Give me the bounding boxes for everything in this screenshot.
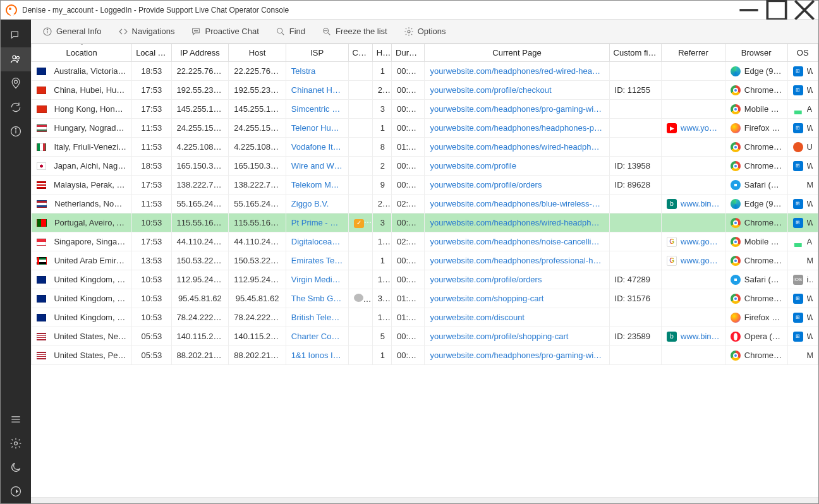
toolbar-proactive-chat[interactable]: Proactive Chat xyxy=(183,24,266,39)
column-header[interactable]: Host xyxy=(229,44,286,62)
referrer-cell[interactable] xyxy=(662,270,725,289)
table-row[interactable]: Australia, Victoria, Ge...18:5322.225.76… xyxy=(32,62,818,81)
current-page-link[interactable]: yourwebsite.com/profile/checkout xyxy=(425,81,609,100)
current-page-link[interactable]: yourwebsite.com/profile xyxy=(425,157,609,176)
toolbar-freeze[interactable]: Freeze the list xyxy=(314,24,395,39)
sidebar-item-rooms[interactable] xyxy=(1,23,31,47)
isp-link[interactable]: Telenor Hungar... xyxy=(286,119,348,138)
current-page-link[interactable]: yourwebsite.com/headphones/blue-wireless… xyxy=(425,195,609,213)
sidebar-item-refresh[interactable] xyxy=(1,95,31,119)
column-header[interactable]: Location˄ xyxy=(32,44,132,62)
horizontal-scrollbar[interactable] xyxy=(31,497,818,503)
isp-link[interactable]: Telekom Malay... xyxy=(286,176,348,195)
current-page-link[interactable]: yourwebsite.com/headphones/pro-gaming-wi… xyxy=(425,346,609,365)
table-row[interactable]: Malaysia, Perak, Ipoh, ...17:53138.222.7… xyxy=(32,176,818,195)
column-header[interactable]: Browser xyxy=(725,44,787,62)
table-row[interactable]: Portugal, Aveiro, Ave...10:53115.55.166.… xyxy=(32,213,818,232)
current-page-link[interactable]: yourwebsite.com/headphones/wired-headpho… xyxy=(425,138,609,157)
referrer-cell[interactable]: ▶www.youtub... xyxy=(662,119,725,138)
custom-fields xyxy=(609,119,662,138)
isp-link[interactable]: Virgin Media Li... xyxy=(286,270,348,289)
table-row[interactable]: United Arab Emirates...13:53150.53.221.7… xyxy=(32,251,818,270)
isp-link[interactable]: Charter Commu... xyxy=(286,327,348,346)
maximize-button[interactable] xyxy=(763,1,791,20)
column-header[interactable]: Hits xyxy=(372,44,391,62)
referrer-cell[interactable]: Gwww.google.... xyxy=(662,251,725,270)
column-header[interactable]: IP Address xyxy=(171,44,229,62)
isp-link[interactable]: Emirates Teleco... xyxy=(286,251,348,270)
column-header[interactable]: Current Page xyxy=(425,44,609,62)
isp-link[interactable]: Vodafone Italia ... xyxy=(286,138,348,157)
sidebar-item-settings[interactable] xyxy=(1,431,31,455)
column-header[interactable]: Referrer xyxy=(662,44,725,62)
table-row[interactable]: United States, Pennsy...05:5388.202.215.… xyxy=(32,346,818,365)
close-button[interactable] xyxy=(791,1,818,20)
current-page-link[interactable]: yourwebsite.com/headphones/professional-… xyxy=(425,251,609,270)
sidebar-item-logout[interactable] xyxy=(1,479,31,503)
current-page-link[interactable]: yourwebsite.com/shopping-cart xyxy=(425,289,609,308)
column-header[interactable]: ISP xyxy=(286,44,348,62)
table-row[interactable]: Italy, Friuli-Venezia Gi...11:534.225.10… xyxy=(32,138,818,157)
current-page-link[interactable]: yourwebsite.com/headphones/red-wired-hea… xyxy=(425,62,609,81)
sidebar-item-location[interactable] xyxy=(1,71,31,95)
referrer-cell[interactable] xyxy=(662,213,725,232)
minimize-button[interactable] xyxy=(735,1,763,20)
column-header[interactable]: OS xyxy=(787,44,818,62)
column-header[interactable]: Local Time xyxy=(132,44,171,62)
referrer-cell[interactable] xyxy=(662,100,725,119)
table-row[interactable]: Netherlands, Noord-...11:5355.165.245.21… xyxy=(32,195,818,213)
table-row[interactable]: Japan, Aichi, Nagoya, ...18:53165.150.38… xyxy=(32,157,818,176)
location-text: Italy, Friuli-Venezia Gi... xyxy=(54,142,126,152)
column-header[interactable]: Custom fileds xyxy=(609,44,662,62)
isp-link[interactable]: The Smb Group xyxy=(286,289,348,308)
isp-link[interactable]: Chinanet Hube... xyxy=(286,81,348,100)
toolbar-navigations[interactable]: Navigations xyxy=(111,24,183,39)
referrer-cell[interactable]: Gwww.google.... xyxy=(662,232,725,251)
toolbar-options[interactable]: Options xyxy=(396,24,454,39)
current-page-link[interactable]: yourwebsite.com/profile/orders xyxy=(425,176,609,195)
isp-link[interactable]: Simcentric Solu... xyxy=(286,100,348,119)
column-header[interactable]: Chat xyxy=(348,44,372,62)
table-row[interactable]: United Kingdom, Engl...10:5378.24.222.14… xyxy=(32,308,818,327)
referrer-cell[interactable] xyxy=(662,289,725,308)
referrer-cell[interactable]: bwww.bing.co... xyxy=(662,195,725,213)
isp-link[interactable]: British Telecom... xyxy=(286,308,348,327)
toolbar-find[interactable]: Find xyxy=(268,24,313,39)
referrer-cell[interactable] xyxy=(662,176,725,195)
column-header[interactable]: Duration xyxy=(392,44,425,62)
current-page-link[interactable]: yourwebsite.com/headphones/wired-headpho… xyxy=(425,213,609,232)
table-row[interactable]: Hong Kong, Hong Ko...17:53145.255.125.55… xyxy=(32,100,818,119)
isp-link[interactable]: Digitalocean Llc xyxy=(286,232,348,251)
sidebar-item-menu[interactable] xyxy=(1,407,31,431)
isp-link[interactable]: Wire and Wirel... xyxy=(286,157,348,176)
isp-link[interactable]: Pt Prime - Solu... xyxy=(286,213,348,232)
referrer-cell[interactable] xyxy=(662,308,725,327)
isp-link[interactable]: Ziggo B.V. xyxy=(286,195,348,213)
referrer-cell[interactable] xyxy=(662,138,725,157)
sidebar-item-visitors[interactable] xyxy=(1,47,31,71)
table-row[interactable]: Singapore, Singapore...17:5344.110.246.8… xyxy=(32,232,818,251)
table-row[interactable]: United Kingdom, Engl...10:53112.95.240.5… xyxy=(32,270,818,289)
table-row[interactable]: United States, New Yo...05:53140.115.206… xyxy=(32,327,818,346)
table-row[interactable]: United Kingdom, Engl...10:5395.45.81.629… xyxy=(32,289,818,308)
table-row[interactable]: Hungary, Nograd, Kar...11:5324.255.156.6… xyxy=(32,119,818,138)
referrer-cell[interactable]: bwww.bing.co... xyxy=(662,327,725,346)
visitors-table-wrap[interactable]: Location˄Local TimeIP AddressHostISPChat… xyxy=(31,44,818,497)
toolbar-general-info[interactable]: General Info xyxy=(35,24,109,39)
referrer-cell[interactable] xyxy=(662,62,725,81)
os-cell: ⊞Win xyxy=(787,327,818,346)
current-page-link[interactable]: yourwebsite.com/discount xyxy=(425,308,609,327)
sidebar-item-info[interactable] xyxy=(1,119,31,143)
sidebar-item-night[interactable] xyxy=(1,455,31,479)
isp-link[interactable]: 1&1 Ionos Inc. xyxy=(286,346,348,365)
current-page-link[interactable]: yourwebsite.com/profile/shopping-cart xyxy=(425,327,609,346)
current-page-link[interactable]: yourwebsite.com/headphones/noise-cancell… xyxy=(425,232,609,251)
isp-link[interactable]: Telstra xyxy=(286,62,348,81)
referrer-cell[interactable] xyxy=(662,81,725,100)
current-page-link[interactable]: yourwebsite.com/headphones/headphones-po… xyxy=(425,119,609,138)
referrer-cell[interactable] xyxy=(662,157,725,176)
current-page-link[interactable]: yourwebsite.com/headphones/pro-gaming-wi… xyxy=(425,100,609,119)
table-row[interactable]: China, Hubei, Huangg...17:53192.55.23.22… xyxy=(32,81,818,100)
current-page-link[interactable]: yourwebsite.com/profile/orders xyxy=(425,270,609,289)
referrer-cell[interactable] xyxy=(662,346,725,365)
